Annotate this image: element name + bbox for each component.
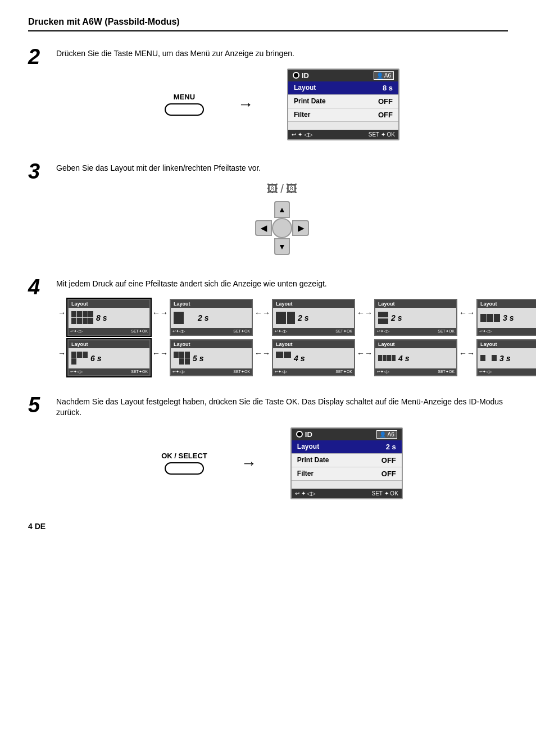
lcd5-printdate-label: Print Date: [297, 456, 329, 464]
page-footer: 4 DE: [28, 522, 508, 531]
footer-nav: ↩✦◁▷: [377, 329, 389, 334]
card-2sa-header: Layout: [171, 300, 252, 308]
step-4-text: Mit jedem Druck auf eine Pfeiltaste ände…: [56, 279, 536, 290]
card-2sb-header: Layout: [273, 300, 354, 308]
id-circle-icon: [293, 72, 299, 79]
lcd-filter-label: Filter: [294, 111, 310, 119]
step-4-number: 4: [28, 276, 56, 298]
card-4sa-footer: ↩✦◁▷ SET✦OK: [273, 368, 354, 375]
lcd-row-layout: Layout 8 s: [288, 81, 398, 95]
pattern-3sb: [480, 355, 497, 361]
menu-button-group: MENU: [165, 93, 204, 116]
pc: [185, 358, 190, 365]
dpad-down-button[interactable]: ▼: [274, 238, 290, 255]
portrait-landscape-icon: 🖼 / 🖼: [267, 183, 297, 195]
layout-row-1: → Layout: [56, 299, 536, 336]
card-2sa-value: 2 s: [198, 313, 208, 322]
lcd-layout-value: 8 s: [383, 84, 393, 92]
step-3-content: Geben Sie das Layout mit der linken/rech…: [56, 163, 508, 262]
dpad-up-button[interactable]: ▲: [274, 201, 290, 218]
card-4sb-value: 4 s: [398, 354, 409, 363]
step2-lcd: ID 👤 A6 Layout 8 s Print Date OFF Filt: [287, 69, 399, 140]
card-2sa-footer: ↩✦◁▷ SET✦OK: [171, 328, 252, 335]
card-2sc-body: 2 s: [375, 308, 456, 328]
card-2sc-header: Layout: [375, 300, 456, 308]
pc: [83, 352, 88, 358]
footer-set: SET✦OK: [131, 370, 148, 374]
pc: [276, 312, 286, 324]
pc: [487, 314, 493, 322]
step-5-illustration: OK / SELECT → ID 👤 A6 Layout: [56, 427, 508, 499]
card-6s-value: 6 s: [90, 354, 101, 363]
step-5-text: Nachdem Sie das Layout festgelegt haben,…: [56, 397, 508, 418]
pattern-2sc: [378, 312, 388, 324]
slash: /: [280, 183, 284, 195]
pc: [276, 358, 283, 365]
card-8s-header: Layout: [69, 300, 149, 308]
lcd-footer-set: SET ✦ OK: [369, 131, 395, 138]
lcd-filter-value: OFF: [378, 111, 393, 119]
ok-button[interactable]: [165, 462, 204, 475]
card-2s-c: Layout 2 s ↩✦◁▷ SET✦OK ←→: [374, 299, 476, 336]
pc: [174, 312, 184, 324]
dpad-right-button[interactable]: ▶: [292, 220, 309, 236]
pc: [387, 355, 391, 361]
lcd5-row-filter: Filter OFF: [292, 467, 402, 481]
pc: [77, 318, 82, 324]
step-5-number: 5: [28, 394, 56, 416]
person5-icon: 👤: [379, 431, 386, 438]
ok-button-group: OK / SELECT: [161, 452, 207, 475]
card-8s-footer: ↩✦◁▷ SET✦OK: [69, 328, 149, 335]
dpad: ▲ ▼ ◀ ▶: [254, 200, 310, 256]
lcd-spacer: [288, 122, 398, 130]
arrow-4sa-4sb: ←→: [355, 349, 374, 358]
lcd5-footer: ↩ ✦ ◁▷ SET ✦ OK: [292, 489, 402, 498]
pc: [77, 311, 82, 317]
dpad-left-button[interactable]: ◀: [255, 220, 272, 236]
footer-nav: ↩✦◁▷: [479, 370, 492, 374]
page-title: Drucken mit A6W (Passbild-Modus): [28, 17, 508, 27]
footer-set: SET✦OK: [438, 329, 455, 334]
pc: [83, 318, 88, 324]
pc: [185, 312, 195, 324]
footer-nav: ↩✦◁▷: [275, 329, 287, 334]
step5-lcd: ID 👤 A6 Layout 2 s Print Date OFF Filt: [290, 427, 403, 499]
card-3sa-body: 3 s: [478, 308, 536, 328]
pc: [287, 312, 295, 324]
pc: [284, 358, 291, 365]
pc: [71, 318, 76, 324]
card-8s-body: 8 s: [69, 308, 149, 328]
lcd5-row-printdate: Print Date OFF: [292, 454, 402, 467]
card-3sb-body: 3 s: [478, 348, 536, 368]
row2-start-arrow: →: [56, 349, 67, 358]
lcd-printdate-value: OFF: [378, 97, 393, 106]
lcd-a6-badge: 👤 A6: [374, 71, 394, 80]
menu-button[interactable]: [165, 103, 204, 116]
lcd-row-filter: Filter OFF: [288, 108, 398, 122]
lcd5-row-layout: Layout 2 s: [292, 440, 402, 454]
lcd-footer: ↩ ✦ ◁▷ SET ✦ OK: [288, 130, 398, 139]
footer-nav: ↩✦◁▷: [377, 370, 389, 374]
card-6s-header: Layout: [69, 340, 149, 348]
card-2sc-value: 2 s: [391, 313, 402, 322]
arrow-2sc-3sa: ←→: [457, 308, 476, 317]
lcd5-filter-label: Filter: [297, 470, 314, 477]
card-4sb-body: 4 s: [375, 348, 456, 368]
portrait-icon: 🖼: [267, 183, 278, 195]
pc: [88, 318, 93, 324]
step-2: 2 Drücken Sie die Taste MENU, um das Men…: [28, 48, 508, 146]
step-5: 5 Nachdem Sie das Layout festgelegt habe…: [28, 397, 508, 505]
step2-arrow: →: [238, 95, 253, 113]
lcd5-printdate-value: OFF: [381, 456, 396, 464]
footer-set: SET✦OK: [438, 370, 455, 374]
step-5-content: Nachdem Sie das Layout festgelegt haben,…: [56, 397, 508, 505]
footer-nav: ↩✦◁▷: [479, 329, 492, 334]
pc: [486, 355, 491, 361]
step-2-text: Drücken Sie die Taste MENU, um das Menü …: [56, 48, 508, 60]
card-5s-header: Layout: [171, 340, 252, 348]
card-8s-value: 8 s: [96, 313, 107, 322]
arrow-2sa-2sb: ←→: [253, 308, 272, 317]
footer-set: SET✦OK: [233, 370, 250, 374]
pc: [276, 352, 283, 358]
lcd-layout-label: Layout: [294, 84, 316, 92]
